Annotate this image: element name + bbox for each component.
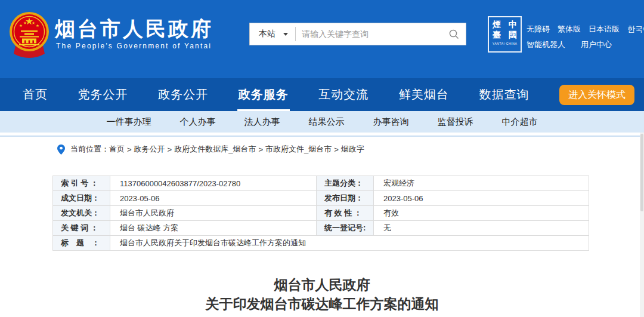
breadcrumb-prefix: 当前位置：: [70, 144, 109, 155]
scrollbar[interactable]: [640, 133, 644, 317]
page: 烟台市人民政府 The People's Government of Yanta…: [0, 0, 644, 317]
subnav-item-results[interactable]: 结果公示: [309, 116, 345, 128]
breadcrumb-separator: >: [127, 145, 132, 154]
nav-item-gov-affairs[interactable]: 政务公开: [158, 78, 208, 111]
location-pin-icon: [57, 144, 65, 155]
link-traditional-chinese[interactable]: 繁体版: [558, 24, 581, 35]
meta-value-index-no: 113706000042603877/2023-02780: [110, 176, 317, 191]
meta-value-registration-no: 无: [374, 221, 589, 236]
search-scope-select[interactable]: 本站: [259, 29, 275, 39]
scrollbar-thumb[interactable]: [640, 134, 643, 211]
seal-char: 煙: [489, 20, 505, 30]
meta-label-index-no: 索 引 号 ：: [53, 176, 110, 191]
search-button[interactable]: [442, 29, 466, 40]
chevron-down-icon[interactable]: [283, 33, 288, 36]
breadcrumb-item-city-docs[interactable]: 市政府文件_烟台市: [265, 144, 332, 155]
subnav-item-personal[interactable]: 个人办事: [180, 116, 216, 128]
meta-label-topic-category: 主题分类：: [317, 176, 374, 191]
site-subtitle: The People's Government of Yantai: [56, 42, 212, 50]
nav-item-home[interactable]: 首页: [23, 78, 48, 111]
link-smart-robot[interactable]: 智能机器人: [527, 39, 565, 50]
article-title: 烟台市人民政府 关于印发烟台市碳达峰工作方案的通知: [0, 275, 644, 313]
link-accessibility[interactable]: 无障碍: [527, 24, 550, 35]
breadcrumb-separator: >: [258, 145, 263, 154]
meta-label-validity: 有 效 性 ：: [317, 206, 374, 221]
table-row: 发文机关： 烟台市人民政府 有 效 性 ： 有效: [53, 206, 589, 221]
nav-item-fresh-yantai[interactable]: 鲜美烟台: [399, 78, 449, 111]
meta-value-issuing-agency: 烟台市人民政府: [110, 206, 317, 221]
seal-char: 臺: [489, 30, 505, 40]
quick-links-row1: 无障碍 繁体版 日本语版 한국어판: [527, 24, 644, 35]
seal-characters: 煙 中 臺 國: [489, 20, 521, 40]
site-header: 烟台市人民政府 The People's Government of Yanta…: [0, 0, 644, 78]
meta-label-issuing-agency: 发文机关：: [53, 206, 110, 221]
sub-nav: 一件事办理 个人办事 法人办事 结果公示 办事咨询 监督投诉 中介超市: [0, 111, 644, 133]
subnav-item-intermediary[interactable]: 中介超市: [502, 116, 538, 128]
article-title-line2: 关于印发烟台市碳达峰工作方案的通知: [0, 294, 644, 313]
doc-meta-table: 索 引 号 ： 113706000042603877/2023-02780 主题…: [52, 176, 589, 251]
meta-value-validity: 有效: [374, 206, 589, 221]
care-mode-button[interactable]: 进入关怀模式: [559, 85, 634, 105]
article-title-line1: 烟台市人民政府: [0, 275, 644, 294]
meta-value-publish-date: 2023-05-06: [374, 191, 589, 206]
seal-char: 國: [505, 30, 521, 40]
table-row: 标 题 ： 烟台市人民政府关于印发烟台市碳达峰工作方案的通知: [53, 236, 589, 251]
breadcrumb-separator: >: [168, 145, 172, 154]
search-input[interactable]: [296, 24, 442, 44]
search-box: 本站: [249, 23, 466, 45]
breadcrumb-item-home[interactable]: 首页: [109, 144, 125, 155]
meta-label-keywords: 关 键 词 ：: [53, 221, 110, 236]
quick-links-row2: 智能机器人 用户中心: [527, 39, 612, 50]
breadcrumb: 当前位置： 首页 > 政务公开 > 政府文件数据库_烟台市 > 市政府文件_烟台…: [57, 144, 364, 155]
table-row: 关 键 词 ： 烟台 碳达峰 方案 统一登记号: 无: [53, 221, 589, 236]
nav-item-gov-services[interactable]: 政务服务: [239, 78, 289, 111]
national-emblem-icon: [8, 10, 50, 60]
breadcrumb-item-gov-affairs[interactable]: 政务公开: [134, 144, 165, 155]
seal-caption: YANTAI·CHINA: [489, 42, 521, 45]
subnav-item-legal-person[interactable]: 法人办事: [244, 116, 280, 128]
link-user-center[interactable]: 用户中心: [581, 39, 612, 50]
search-icon: [448, 29, 460, 40]
breadcrumb-separator: >: [334, 145, 339, 154]
breadcrumb-item-yanzhengzi[interactable]: 烟政字: [341, 144, 364, 155]
meta-label-registration-no: 统一登记号:: [317, 221, 374, 236]
site-title: 烟台市人民政府: [55, 16, 213, 43]
meta-value-title: 烟台市人民政府关于印发烟台市碳达峰工作方案的通知: [110, 236, 589, 251]
link-japanese[interactable]: 日本语版: [589, 24, 620, 35]
table-row: 索 引 号 ： 113706000042603877/2023-02780 主题…: [53, 176, 589, 191]
section-divider: [0, 136, 644, 137]
nav-item-data-query[interactable]: 数据查询: [479, 78, 529, 111]
meta-label-title: 标 题 ：: [53, 236, 110, 251]
yantai-china-seal-logo: 煙 中 臺 國 YANTAI·CHINA: [488, 16, 522, 53]
subnav-item-one-thing[interactable]: 一件事办理: [107, 116, 151, 128]
breadcrumb-item-doc-database[interactable]: 政府文件数据库_烟台市: [174, 144, 256, 155]
nav-item-party-affairs[interactable]: 党务公开: [78, 78, 128, 111]
table-row: 成文日期： 2023-05-06 发布日期： 2023-05-06: [53, 191, 589, 206]
main-nav: 首页 党务公开 政务公开 政务服务 互动交流 鲜美烟台 数据查询 进入关怀模式: [0, 78, 644, 111]
link-korean[interactable]: 한국어판: [627, 24, 644, 35]
meta-value-written-date: 2023-05-06: [110, 191, 317, 206]
meta-label-publish-date: 发布日期：: [317, 191, 374, 206]
subnav-item-supervision[interactable]: 监督投诉: [438, 116, 473, 128]
meta-value-keywords: 烟台 碳达峰 方案: [110, 221, 317, 236]
nav-item-interaction[interactable]: 互动交流: [318, 78, 369, 111]
subnav-item-consult[interactable]: 办事咨询: [373, 116, 409, 128]
seal-char: 中: [505, 20, 521, 30]
meta-value-topic-category: 宏观经济: [374, 176, 589, 191]
meta-label-written-date: 成文日期：: [53, 191, 110, 206]
